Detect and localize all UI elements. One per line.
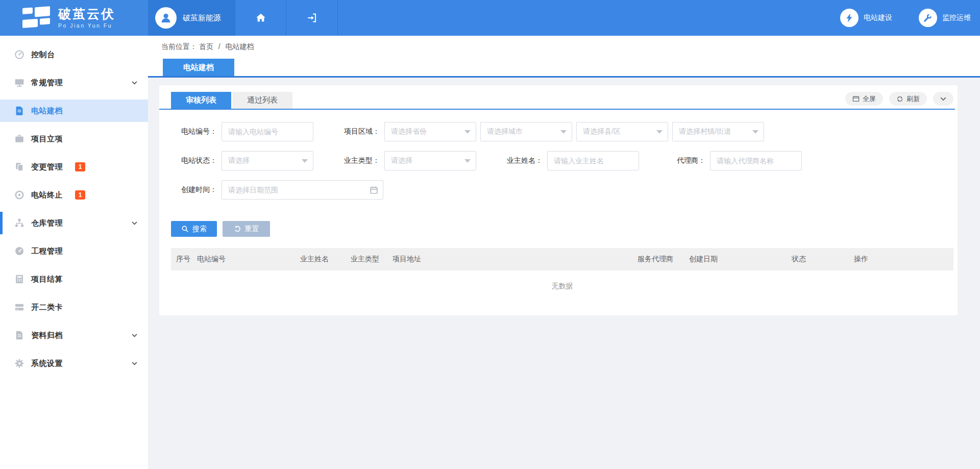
col-owner-name: 业主姓名	[300, 255, 351, 264]
owner-type-select[interactable]: 请选择	[384, 151, 476, 170]
col-service-agent: 服务代理商	[638, 255, 689, 264]
chevron-down-icon	[940, 95, 947, 103]
sidebar-item-change-management[interactable]: 变更管理 1	[0, 156, 148, 178]
sidebar-item-label: 仓库管理	[31, 218, 63, 228]
list-tabs-row: 审核列表 通过列表 全屏 刷新	[159, 89, 955, 110]
filter-row-2: 电站状态： 请选择 业主类型： 请选择 业主姓名：	[171, 151, 955, 170]
module-station-construction[interactable]: 电站建设	[840, 9, 892, 27]
owner-name-input[interactable]	[547, 151, 639, 170]
reset-label: 重置	[245, 225, 259, 234]
sidebar-item-project-settlement[interactable]: 项目结算	[0, 268, 148, 290]
home-button[interactable]	[235, 0, 286, 36]
sidebar: 控制台 常规管理 电站建档 项目立项 变更管理 1 电站终止 1 仓库管理	[0, 36, 148, 469]
fullscreen-label: 全屏	[863, 94, 876, 104]
station-no-label: 电站编号：	[171, 127, 222, 136]
station-status-select[interactable]: 请选择	[222, 151, 313, 170]
lightning-icon	[840, 9, 859, 27]
sidebar-item-engineering-management[interactable]: 工程管理	[0, 240, 148, 262]
sidebar-item-label: 变更管理	[31, 162, 63, 172]
chevron-down-icon	[131, 360, 138, 367]
reset-button[interactable]: 重置	[223, 221, 270, 237]
station-status-label: 电站状态：	[171, 156, 222, 165]
breadcrumb-home-link[interactable]: 首页	[199, 42, 213, 51]
filter-row-3: 创建时间：	[171, 180, 955, 200]
table-tools: 全屏 刷新	[845, 92, 953, 106]
sidebar-item-type2-card[interactable]: 开二类卡	[0, 296, 148, 318]
dashboard-icon	[14, 246, 24, 256]
refresh-icon	[896, 95, 903, 103]
monitor-icon	[14, 78, 24, 88]
search-button[interactable]: 搜索	[171, 221, 217, 237]
col-station-no: 电站编号	[197, 255, 300, 264]
record-icon	[14, 190, 24, 200]
caret-down-icon	[752, 130, 758, 134]
province-select[interactable]: 请选择省份	[384, 122, 476, 141]
filter-actions: 搜索 重置	[159, 209, 955, 237]
sidebar-item-label: 控制台	[31, 50, 55, 60]
user-avatar-icon	[155, 7, 177, 29]
sidebar-item-warehouse-management[interactable]: 仓库管理	[0, 212, 148, 234]
logout-button[interactable]	[286, 0, 338, 36]
search-label: 搜索	[192, 225, 207, 234]
main-content: 当前位置： 首页 / 电站建档 电站建档 审核列表 通过列表 全屏	[148, 36, 980, 469]
sidebar-item-data-archive[interactable]: 资料归档	[0, 324, 148, 347]
col-status: 状态	[792, 255, 854, 264]
search-icon	[181, 225, 189, 233]
sidebar-item-system-settings[interactable]: 系统设置	[0, 352, 148, 375]
col-seq: 序号	[171, 255, 197, 264]
collapse-button[interactable]	[933, 92, 953, 106]
caret-down-icon	[464, 159, 471, 163]
date-range-input[interactable]	[222, 180, 383, 200]
app-logo: 破茧云伏 Po Jian Yun Fu	[0, 0, 148, 36]
page-body: 审核列表 通过列表 全屏 刷新	[148, 78, 980, 315]
county-select[interactable]: 请选择县/区	[576, 122, 668, 141]
notification-badge: 1	[75, 162, 85, 171]
station-no-input[interactable]	[222, 122, 313, 141]
sidebar-item-label: 项目结算	[31, 275, 63, 284]
logo-text: 破茧云伏 Po Jian Yun Fu	[58, 7, 115, 29]
module-label: 监控运维	[942, 13, 971, 22]
archive-file-icon	[14, 330, 24, 340]
fullscreen-button[interactable]: 全屏	[845, 92, 883, 106]
col-create-date: 创建日期	[689, 255, 792, 264]
breadcrumb-prefix: 当前位置：	[161, 42, 197, 51]
town-select[interactable]: 请选择村镇/街道	[672, 122, 764, 141]
tab-passed-list[interactable]: 通过列表	[232, 92, 292, 109]
calendar-icon	[370, 186, 378, 194]
caret-down-icon	[302, 159, 308, 163]
sidebar-item-label: 系统设置	[31, 359, 63, 368]
city-select[interactable]: 请选择城市	[480, 122, 572, 141]
col-actions: 操作	[854, 255, 953, 264]
owner-type-label: 业主类型：	[334, 156, 384, 165]
table-header-row: 序号 电站编号 业主姓名 业主类型 项目地址 服务代理商 创建日期 状态 操作	[171, 248, 953, 270]
list-card: 审核列表 通过列表 全屏 刷新	[159, 85, 958, 315]
refresh-button[interactable]: 刷新	[889, 92, 927, 106]
sitemap-icon	[14, 218, 24, 228]
breadcrumb-strip: 当前位置： 首页 / 电站建档 电站建档	[148, 36, 980, 78]
chevron-down-icon	[131, 80, 138, 86]
module-label: 电站建设	[864, 13, 892, 22]
gear-icon	[14, 358, 24, 368]
caret-down-icon	[560, 130, 567, 134]
breadcrumb-current: 电站建档	[226, 42, 254, 51]
agent-input[interactable]	[710, 151, 802, 170]
caret-down-icon	[656, 130, 663, 134]
logo-subtitle: Po Jian Yun Fu	[58, 22, 115, 29]
module-switcher: 电站建设 监控运维	[840, 0, 971, 36]
tab-review-list[interactable]: 审核列表	[171, 92, 231, 109]
col-owner-type: 业主类型	[351, 255, 393, 264]
notification-badge: 1	[75, 190, 85, 200]
sidebar-item-general-management[interactable]: 常规管理	[0, 71, 148, 94]
sidebar-item-console[interactable]: 控制台	[0, 43, 148, 66]
briefcase-icon	[14, 134, 24, 144]
sidebar-item-station-termination[interactable]: 电站终止 1	[0, 184, 148, 206]
sidebar-item-station-filing[interactable]: 电站建档	[0, 100, 148, 122]
page-tab-station-filing[interactable]: 电站建档	[163, 59, 234, 76]
module-monitoring-ops[interactable]: 监控运维	[919, 9, 971, 27]
current-tenant[interactable]: 破茧新能源	[148, 0, 235, 36]
caret-down-icon	[464, 130, 471, 134]
login-arrow-icon	[306, 12, 317, 23]
chevron-down-icon	[131, 332, 138, 339]
sidebar-item-project-initiation[interactable]: 项目立项	[0, 128, 148, 150]
owner-name-label: 业主姓名：	[497, 156, 547, 165]
